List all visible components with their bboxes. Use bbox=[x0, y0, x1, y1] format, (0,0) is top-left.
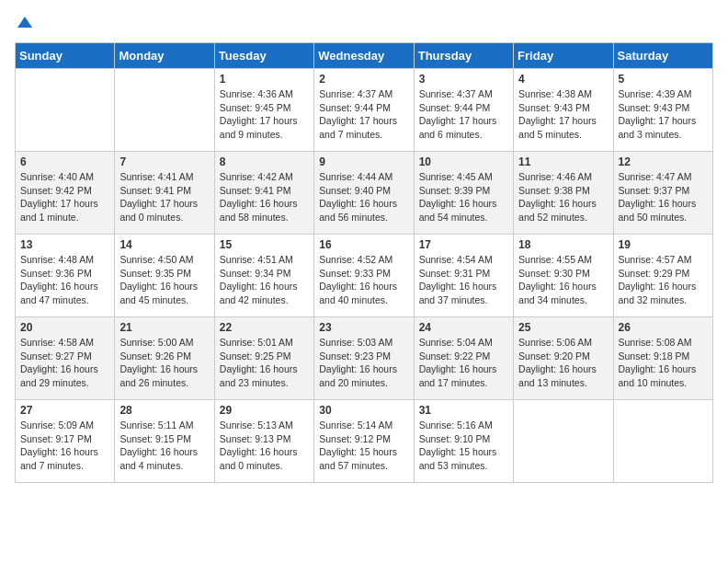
day-info: Sunrise: 5:13 AM Sunset: 9:13 PM Dayligh… bbox=[220, 419, 309, 473]
day-cell: 28Sunrise: 5:11 AM Sunset: 9:15 PM Dayli… bbox=[115, 400, 214, 483]
day-cell: 25Sunrise: 5:06 AM Sunset: 9:20 PM Dayli… bbox=[514, 317, 613, 400]
day-info: Sunrise: 4:45 AM Sunset: 9:39 PM Dayligh… bbox=[419, 170, 508, 224]
day-info: Sunrise: 4:50 AM Sunset: 9:35 PM Dayligh… bbox=[119, 253, 209, 307]
day-info: Sunrise: 4:37 AM Sunset: 9:44 PM Dayligh… bbox=[319, 87, 408, 142]
day-cell: 7Sunrise: 4:41 AM Sunset: 9:41 PM Daylig… bbox=[115, 152, 214, 235]
day-info: Sunrise: 4:40 AM Sunset: 9:42 PM Dayligh… bbox=[20, 170, 109, 224]
day-cell: 5Sunrise: 4:39 AM Sunset: 9:43 PM Daylig… bbox=[613, 69, 712, 152]
day-number: 22 bbox=[220, 321, 309, 334]
day-info: Sunrise: 5:16 AM Sunset: 9:10 PM Dayligh… bbox=[419, 419, 508, 473]
day-info: Sunrise: 4:54 AM Sunset: 9:31 PM Dayligh… bbox=[419, 253, 508, 307]
day-number: 17 bbox=[419, 238, 508, 251]
day-cell: 4Sunrise: 4:38 AM Sunset: 9:43 PM Daylig… bbox=[514, 69, 613, 152]
day-cell: 11Sunrise: 4:46 AM Sunset: 9:38 PM Dayli… bbox=[514, 152, 613, 235]
day-number: 13 bbox=[20, 238, 109, 251]
col-header-friday: Friday bbox=[514, 43, 613, 69]
col-header-sunday: Sunday bbox=[16, 43, 115, 69]
day-number: 2 bbox=[319, 73, 408, 86]
col-header-wednesday: Wednesday bbox=[314, 43, 414, 69]
day-info: Sunrise: 4:41 AM Sunset: 9:41 PM Dayligh… bbox=[119, 170, 209, 224]
day-info: Sunrise: 4:57 AM Sunset: 9:29 PM Dayligh… bbox=[619, 253, 708, 307]
day-number: 7 bbox=[119, 155, 209, 168]
day-cell: 2Sunrise: 4:37 AM Sunset: 9:44 PM Daylig… bbox=[314, 69, 414, 152]
day-cell: 24Sunrise: 5:04 AM Sunset: 9:22 PM Dayli… bbox=[414, 317, 513, 400]
day-number: 4 bbox=[518, 73, 608, 86]
logo bbox=[15, 15, 35, 33]
day-cell: 16Sunrise: 4:52 AM Sunset: 9:33 PM Dayli… bbox=[314, 235, 414, 317]
day-cell: 31Sunrise: 5:16 AM Sunset: 9:10 PM Dayli… bbox=[414, 400, 513, 483]
day-info: Sunrise: 4:47 AM Sunset: 9:37 PM Dayligh… bbox=[619, 170, 708, 224]
day-cell: 18Sunrise: 4:55 AM Sunset: 9:30 PM Dayli… bbox=[514, 235, 613, 317]
day-number: 14 bbox=[119, 238, 209, 251]
day-number: 20 bbox=[20, 321, 109, 334]
col-header-tuesday: Tuesday bbox=[214, 43, 313, 69]
day-info: Sunrise: 4:39 AM Sunset: 9:43 PM Dayligh… bbox=[619, 87, 708, 142]
day-info: Sunrise: 5:00 AM Sunset: 9:26 PM Dayligh… bbox=[119, 336, 209, 390]
day-cell bbox=[514, 400, 613, 483]
day-cell: 15Sunrise: 4:51 AM Sunset: 9:34 PM Dayli… bbox=[214, 235, 313, 317]
calendar-header-row: SundayMondayTuesdayWednesdayThursdayFrid… bbox=[16, 43, 713, 69]
col-header-saturday: Saturday bbox=[613, 43, 712, 69]
day-number: 9 bbox=[319, 155, 408, 168]
day-cell bbox=[613, 400, 712, 483]
day-info: Sunrise: 5:06 AM Sunset: 9:20 PM Dayligh… bbox=[518, 336, 608, 390]
day-info: Sunrise: 4:38 AM Sunset: 9:43 PM Dayligh… bbox=[518, 87, 608, 142]
day-number: 15 bbox=[220, 238, 309, 251]
day-number: 10 bbox=[419, 155, 508, 168]
day-number: 8 bbox=[220, 155, 309, 168]
day-cell: 22Sunrise: 5:01 AM Sunset: 9:25 PM Dayli… bbox=[214, 317, 313, 400]
day-info: Sunrise: 5:08 AM Sunset: 9:18 PM Dayligh… bbox=[619, 336, 708, 390]
day-cell: 6Sunrise: 4:40 AM Sunset: 9:42 PM Daylig… bbox=[16, 152, 115, 235]
day-cell bbox=[16, 69, 115, 152]
day-number: 24 bbox=[419, 321, 508, 334]
day-cell: 30Sunrise: 5:14 AM Sunset: 9:12 PM Dayli… bbox=[314, 400, 414, 483]
day-number: 26 bbox=[619, 321, 708, 334]
day-number: 21 bbox=[119, 321, 209, 334]
day-info: Sunrise: 4:51 AM Sunset: 9:34 PM Dayligh… bbox=[220, 253, 309, 307]
day-cell: 9Sunrise: 4:44 AM Sunset: 9:40 PM Daylig… bbox=[314, 152, 414, 235]
day-number: 16 bbox=[319, 238, 408, 251]
day-info: Sunrise: 4:42 AM Sunset: 9:41 PM Dayligh… bbox=[220, 170, 309, 224]
day-number: 27 bbox=[20, 404, 109, 417]
day-info: Sunrise: 5:01 AM Sunset: 9:25 PM Dayligh… bbox=[220, 336, 309, 390]
day-info: Sunrise: 4:46 AM Sunset: 9:38 PM Dayligh… bbox=[518, 170, 608, 224]
day-number: 18 bbox=[518, 238, 608, 251]
day-info: Sunrise: 4:58 AM Sunset: 9:27 PM Dayligh… bbox=[20, 336, 109, 390]
day-number: 28 bbox=[119, 404, 209, 417]
day-cell: 14Sunrise: 4:50 AM Sunset: 9:35 PM Dayli… bbox=[115, 235, 214, 317]
logo-icon bbox=[16, 15, 34, 33]
day-number: 3 bbox=[419, 73, 508, 86]
day-cell: 17Sunrise: 4:54 AM Sunset: 9:31 PM Dayli… bbox=[414, 235, 513, 317]
week-row-3: 13Sunrise: 4:48 AM Sunset: 9:36 PM Dayli… bbox=[16, 235, 713, 317]
day-info: Sunrise: 5:14 AM Sunset: 9:12 PM Dayligh… bbox=[319, 419, 408, 473]
day-info: Sunrise: 5:09 AM Sunset: 9:17 PM Dayligh… bbox=[20, 419, 109, 473]
day-cell: 23Sunrise: 5:03 AM Sunset: 9:23 PM Dayli… bbox=[314, 317, 414, 400]
day-info: Sunrise: 5:03 AM Sunset: 9:23 PM Dayligh… bbox=[319, 336, 408, 390]
day-cell: 12Sunrise: 4:47 AM Sunset: 9:37 PM Dayli… bbox=[613, 152, 712, 235]
day-cell: 29Sunrise: 5:13 AM Sunset: 9:13 PM Dayli… bbox=[214, 400, 313, 483]
day-info: Sunrise: 4:52 AM Sunset: 9:33 PM Dayligh… bbox=[319, 253, 408, 307]
week-row-2: 6Sunrise: 4:40 AM Sunset: 9:42 PM Daylig… bbox=[16, 152, 713, 235]
day-cell: 20Sunrise: 4:58 AM Sunset: 9:27 PM Dayli… bbox=[16, 317, 115, 400]
page-header bbox=[15, 15, 713, 33]
day-cell: 10Sunrise: 4:45 AM Sunset: 9:39 PM Dayli… bbox=[414, 152, 513, 235]
col-header-thursday: Thursday bbox=[414, 43, 513, 69]
week-row-5: 27Sunrise: 5:09 AM Sunset: 9:17 PM Dayli… bbox=[16, 400, 713, 483]
day-cell: 8Sunrise: 4:42 AM Sunset: 9:41 PM Daylig… bbox=[214, 152, 313, 235]
day-info: Sunrise: 5:11 AM Sunset: 9:15 PM Dayligh… bbox=[119, 419, 209, 473]
day-cell: 27Sunrise: 5:09 AM Sunset: 9:17 PM Dayli… bbox=[16, 400, 115, 483]
day-number: 31 bbox=[419, 404, 508, 417]
day-info: Sunrise: 4:55 AM Sunset: 9:30 PM Dayligh… bbox=[518, 253, 608, 307]
day-info: Sunrise: 4:48 AM Sunset: 9:36 PM Dayligh… bbox=[20, 253, 109, 307]
day-cell: 19Sunrise: 4:57 AM Sunset: 9:29 PM Dayli… bbox=[613, 235, 712, 317]
day-number: 23 bbox=[319, 321, 408, 334]
day-number: 30 bbox=[319, 404, 408, 417]
col-header-monday: Monday bbox=[115, 43, 214, 69]
day-number: 11 bbox=[518, 155, 608, 168]
calendar-table: SundayMondayTuesdayWednesdayThursdayFrid… bbox=[15, 42, 713, 483]
day-cell: 1Sunrise: 4:36 AM Sunset: 9:45 PM Daylig… bbox=[214, 69, 313, 152]
day-cell: 21Sunrise: 5:00 AM Sunset: 9:26 PM Dayli… bbox=[115, 317, 214, 400]
day-cell: 13Sunrise: 4:48 AM Sunset: 9:36 PM Dayli… bbox=[16, 235, 115, 317]
day-number: 5 bbox=[619, 73, 708, 86]
day-cell: 3Sunrise: 4:37 AM Sunset: 9:44 PM Daylig… bbox=[414, 69, 513, 152]
